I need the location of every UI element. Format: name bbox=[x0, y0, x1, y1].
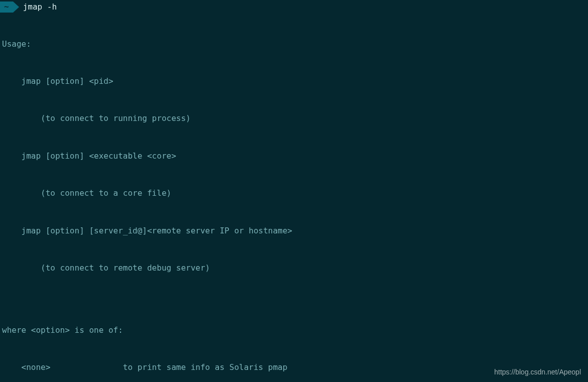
output-line: jmap [option] <pid> bbox=[2, 75, 588, 88]
output-line: (to connect to running process) bbox=[2, 112, 588, 125]
prompt-badge: ~ bbox=[0, 2, 13, 13]
prompt-arrow-icon bbox=[13, 2, 19, 13]
output-line: (to connect to a core file) bbox=[2, 187, 588, 200]
output-line: Usage: bbox=[2, 38, 588, 51]
command-text: jmap -h bbox=[23, 1, 57, 14]
output-line: jmap [option] <executable <core> bbox=[2, 150, 588, 163]
output-line: jmap [option] [server_id@]<remote server… bbox=[2, 225, 588, 237]
output-line: (to connect to remote debug server) bbox=[2, 262, 588, 275]
prompt-line-1: ~ jmap -h bbox=[0, 1, 588, 13]
output-line: where <option> is one of: bbox=[2, 324, 588, 337]
terminal-output: Usage: jmap [option] <pid> (to connect t… bbox=[0, 13, 588, 382]
watermark-text: https://blog.csdn.net/Apeopl bbox=[494, 367, 581, 378]
